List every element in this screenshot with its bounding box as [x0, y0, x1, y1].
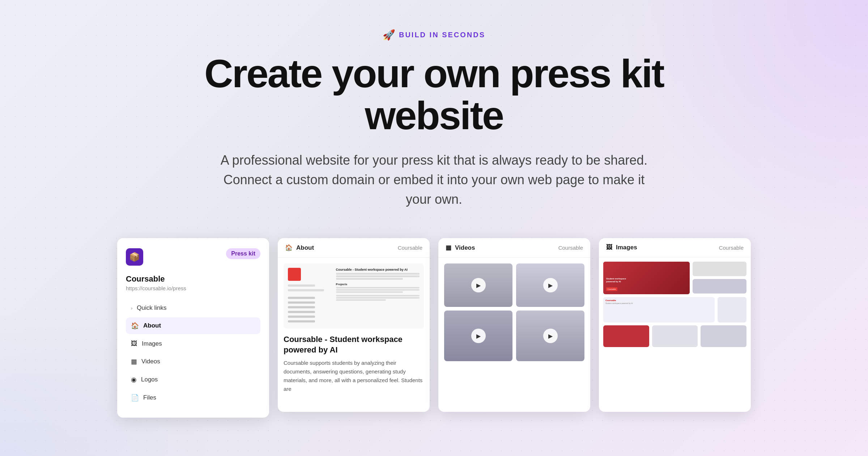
- play-btn-1[interactable]: ▶: [471, 278, 486, 292]
- about-card-text: Coursable supports students by analyzing…: [284, 359, 424, 393]
- videos-topbar-right: Coursable: [558, 245, 583, 251]
- images-icon: 🖼: [131, 340, 137, 347]
- videos-topbar: ▦ Videos Coursable: [438, 238, 590, 258]
- play-btn-2[interactable]: ▶: [543, 278, 558, 292]
- hero-title: Create your own press kit website: [181, 52, 687, 136]
- files-icon: 📄: [131, 394, 139, 402]
- badge-container: 🚀 BUILD IN SECONDS: [383, 29, 485, 41]
- nav-label-about: About: [143, 322, 161, 329]
- image-thumb-1[interactable]: Student workspacepowered by AI Coursable: [603, 262, 690, 294]
- play-btn-3[interactable]: ▶: [471, 329, 486, 343]
- video-thumb-1[interactable]: ▶: [444, 263, 512, 307]
- sidebar-logo: 📦: [126, 248, 143, 266]
- nav-label-videos: Videos: [141, 358, 160, 365]
- image-thumb-b3[interactable]: [701, 325, 746, 347]
- nav-label-images: Images: [142, 340, 162, 347]
- sidebar-url: https://coursable.io/press: [126, 285, 260, 291]
- sidebar-nav-videos[interactable]: ▦ Videos: [126, 353, 260, 370]
- images-grid-icon: 🖼: [606, 244, 612, 251]
- hero-subtitle: A professional website for your press ki…: [217, 151, 651, 209]
- hero-section: 🚀 BUILD IN SECONDS Create your own press…: [0, 0, 868, 456]
- images-topbar-right: Coursable: [719, 245, 744, 251]
- video-thumb-3[interactable]: ▶: [444, 311, 512, 361]
- image-thumb-3[interactable]: [693, 279, 746, 294]
- videos-icon: ▦: [131, 358, 137, 366]
- videos-grid: ▶ ▶ ▶ ▶: [438, 258, 590, 367]
- images-right-col: [693, 262, 746, 294]
- nav-label-files: Files: [143, 394, 156, 401]
- videos-topbar-label: Videos: [455, 244, 475, 252]
- sidebar-header: 📦 Press kit: [126, 248, 260, 266]
- images-grid: Student workspacepowered by AI Coursable: [599, 257, 751, 351]
- about-doc-mockup: Coursable - Student workspace powered by…: [284, 263, 424, 329]
- expand-icon: ›: [131, 305, 132, 311]
- sidebar-nav-files[interactable]: 📄 Files: [126, 389, 260, 406]
- badge-text: BUILD IN SECONDS: [399, 31, 485, 39]
- images-preview-card: 🖼 Images Coursable Student workspacepowe…: [599, 238, 751, 412]
- preview-section: 📦 Press kit Coursable https://coursable.…: [0, 238, 868, 418]
- image-thumb-2[interactable]: [693, 262, 746, 276]
- hero-content: 🚀 BUILD IN SECONDS Create your own press…: [181, 29, 687, 209]
- home-icon: 🏠: [131, 322, 139, 330]
- doc-left-col: [288, 268, 333, 324]
- img-content-1: Student workspacepowered by AI Coursable: [603, 262, 690, 294]
- sidebar-nav-quick-links[interactable]: › Quick links: [126, 300, 260, 316]
- image-thumb-b2[interactable]: [652, 325, 698, 347]
- sidebar-nav-logos[interactable]: ◉ Logos: [126, 371, 260, 388]
- about-topbar-label: About: [296, 244, 314, 252]
- sidebar-nav-images[interactable]: 🖼 Images: [126, 335, 260, 352]
- about-card-title: Coursable - Student workspace powered by…: [284, 334, 424, 355]
- image-thumb-small-a[interactable]: [718, 297, 746, 322]
- images-topbar: 🖼 Images Coursable: [599, 238, 751, 257]
- sidebar-brand: Coursable: [126, 274, 260, 284]
- videos-topbar-left: ▦ Videos: [446, 244, 475, 252]
- videos-grid-icon: ▦: [446, 244, 451, 252]
- images-card-body: Student workspacepowered by AI Coursable: [599, 257, 751, 351]
- sidebar-preview-card: 📦 Press kit Coursable https://coursable.…: [117, 238, 269, 418]
- videos-card-body: ▶ ▶ ▶ ▶: [438, 258, 590, 367]
- nav-label-quick-links: Quick links: [137, 304, 166, 312]
- about-topbar: 🏠 About Coursable: [278, 238, 430, 258]
- about-card-body: Coursable - Student workspace powered by…: [278, 258, 430, 399]
- rocket-icon: 🚀: [383, 29, 395, 41]
- images-topbar-left: 🖼 Images: [606, 244, 637, 251]
- logos-icon: ◉: [131, 376, 137, 384]
- press-kit-badge: Press kit: [226, 248, 260, 259]
- image-thumb-wide[interactable]: Coursable Student workspace powered by A…: [603, 297, 715, 322]
- video-thumb-2[interactable]: ▶: [516, 263, 584, 307]
- images-wide-row: Coursable Student workspace powered by A…: [603, 297, 746, 322]
- play-btn-4[interactable]: ▶: [543, 329, 558, 343]
- images-topbar-label: Images: [616, 244, 637, 251]
- nav-label-logos: Logos: [141, 376, 158, 383]
- image-thumb-b1[interactable]: [603, 325, 649, 347]
- about-home-icon: 🏠: [285, 244, 293, 252]
- videos-preview-card: ▦ Videos Coursable ▶ ▶ ▶: [438, 238, 590, 412]
- doc-right-col: Coursable - Student workspace powered by…: [336, 268, 420, 324]
- images-top-row: Student workspacepowered by AI Coursable: [603, 262, 746, 294]
- slide-text-1: Student workspacepowered by AI: [606, 278, 687, 283]
- images-bottom-row: [603, 325, 746, 347]
- about-topbar-right: Coursable: [398, 245, 422, 251]
- about-preview-card: 🏠 About Coursable: [278, 238, 430, 412]
- video-thumb-4[interactable]: ▶: [516, 311, 584, 361]
- sidebar-nav-about[interactable]: 🏠 About: [126, 317, 260, 334]
- about-topbar-left: 🏠 About: [285, 244, 314, 252]
